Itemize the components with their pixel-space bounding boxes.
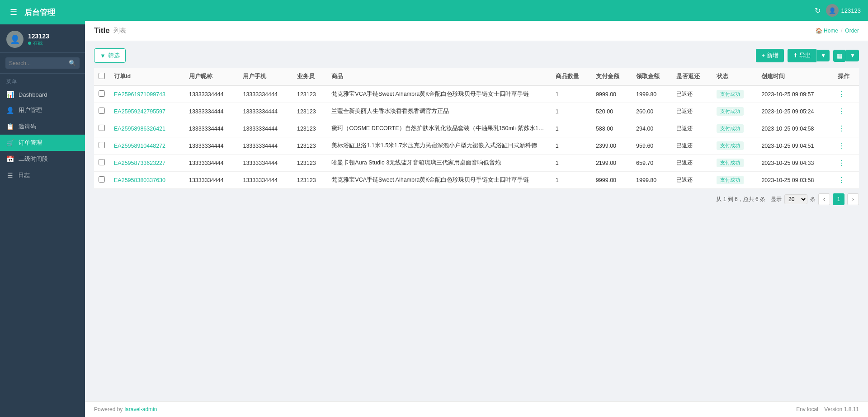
cell-user-phone: 13333334444 <box>238 85 292 103</box>
cell-received-amount: 959.60 <box>632 137 672 155</box>
cell-product: 美标浴缸卫浴1.1米1.5米1.7米压克力民宿深泡小户型无裙嵌入式浴缸日式新科德 <box>327 137 551 155</box>
orders-table: 订单id 用户昵称 用户手机 业务员 商品 商品数量 支付金额 领取金额 是否返… <box>94 68 859 189</box>
row-action-button[interactable]: ⋮ <box>838 107 845 116</box>
row-action-button[interactable]: ⋮ <box>838 141 845 150</box>
cell-is-returned: 已返还 <box>672 85 712 103</box>
col-user-phone: 用户手机 <box>238 68 292 85</box>
search-box[interactable]: 🔍 <box>5 57 80 69</box>
export-button[interactable]: ⬆ 导出 <box>788 49 817 62</box>
footer: Powered by laravel-admin Env local Versi… <box>85 401 868 417</box>
cell-created-at: 2023-10-25 09:03:58 <box>757 172 833 189</box>
row-action-button[interactable]: ⋮ <box>838 90 845 98</box>
log-icon: ☰ <box>6 172 14 179</box>
row-action-button[interactable]: ⋮ <box>838 124 845 133</box>
table-row: EA25958733623227 13333334444 13333334444… <box>94 155 859 172</box>
status-dot <box>28 42 31 45</box>
dashboard-icon: 📊 <box>6 91 14 98</box>
laravel-admin-link[interactable]: laravel-admin <box>124 406 157 412</box>
cell-action: ⋮ <box>833 155 859 172</box>
pagination-bar: 从 1 到 6，总共 6 条 显示 20 50 100 条 ‹ 1 › <box>94 189 859 207</box>
brand-title: 后台管理 <box>24 7 55 18</box>
sidebar-item-user-management[interactable]: 👤 用户管理 <box>0 102 85 118</box>
cell-product-count: 1 <box>551 137 591 155</box>
sidebar-item-dashboard[interactable]: 📊 Dashboard <box>0 87 85 102</box>
sidebar-item-invite-code[interactable]: 📋 邀请码 <box>0 118 85 135</box>
cell-salesman: 123123 <box>292 155 327 172</box>
cell-product: 兰蔻全新美丽人生香水淡香香氛香调官方正品 <box>327 103 551 120</box>
cell-user-phone: 13333334444 <box>238 172 292 189</box>
cell-created-at: 2023-10-25 09:05:24 <box>757 103 833 120</box>
table-toolbar: ▼ 筛选 + 新增 ⬆ 导出 ▼ ▦ ▼ <box>94 48 859 63</box>
page-title-area: Title 列表 <box>94 26 126 35</box>
username: 123123 <box>28 33 49 40</box>
cell-salesman: 123123 <box>292 120 327 137</box>
cell-paid-amount: 2399.00 <box>591 137 632 155</box>
footer-env: Env local Version 1.8.11 <box>796 406 859 412</box>
filter-button[interactable]: ▼ 筛选 <box>94 48 126 63</box>
topbar-username: 123123 <box>841 7 861 14</box>
sidebar-item-log[interactable]: ☰ 日志 <box>0 167 85 183</box>
row-checkbox[interactable] <box>99 108 105 114</box>
sidebar-item-label: 订单管理 <box>19 139 42 147</box>
cell-is-returned: 已返还 <box>672 103 712 120</box>
cell-received-amount: 1999.80 <box>632 85 672 103</box>
cell-paid-amount: 9999.00 <box>591 85 632 103</box>
sidebar-item-label: 二级时间段 <box>19 155 48 163</box>
cell-created-at: 2023-10-25 09:04:51 <box>757 137 833 155</box>
col-paid-amount: 支付金额 <box>591 68 632 85</box>
hamburger-icon[interactable]: ☰ <box>7 6 20 18</box>
col-status: 状态 <box>712 68 757 85</box>
page-1-button[interactable]: 1 <box>833 193 844 205</box>
cell-order-id: EA25958910448272 <box>109 137 184 155</box>
topbar-user[interactable]: 👤 123123 <box>826 4 861 17</box>
refresh-icon[interactable]: ↻ <box>815 6 821 15</box>
calendar-icon: 📅 <box>6 155 14 163</box>
cell-paid-amount: 588.00 <box>591 120 632 137</box>
row-checkbox[interactable] <box>99 142 105 148</box>
cell-product-count: 1 <box>551 120 591 137</box>
cell-salesman: 123123 <box>292 85 327 103</box>
table-row: EA25961971099743 13333334444 13333334444… <box>94 85 859 103</box>
cell-received-amount: 260.00 <box>632 103 672 120</box>
columns-button[interactable]: ▦ <box>833 50 846 62</box>
row-checkbox[interactable] <box>99 125 105 131</box>
breadcrumb-order[interactable]: Order <box>845 28 859 34</box>
prev-page-button[interactable]: ‹ <box>818 193 830 205</box>
breadcrumb-home[interactable]: 🏠 Home <box>816 28 838 34</box>
page-subtitle: 列表 <box>113 27 126 35</box>
cell-order-id: EA25958733623227 <box>109 155 184 172</box>
cell-status: 支付成功 <box>712 103 757 120</box>
search-icon: 🔍 <box>69 60 76 66</box>
export-dropdown-button[interactable]: ▼ <box>816 50 830 61</box>
next-page-button[interactable]: › <box>847 193 859 205</box>
row-checkbox[interactable] <box>99 90 105 97</box>
table-row: EA25958910448272 13333334444 13333334444… <box>94 137 859 155</box>
row-action-button[interactable]: ⋮ <box>838 176 845 184</box>
show-label: 显示 <box>771 196 782 203</box>
row-checkbox[interactable] <box>99 159 105 165</box>
row-checkbox[interactable] <box>99 176 105 183</box>
section-label: 菜单 <box>0 74 85 87</box>
cell-is-returned: 已返还 <box>672 120 712 137</box>
sidebar-item-secondary-period[interactable]: 📅 二级时间段 <box>0 151 85 167</box>
cell-username: 13333334444 <box>184 120 238 137</box>
toolbar-left: ▼ 筛选 <box>94 48 126 63</box>
page-size-select[interactable]: 20 50 100 <box>784 194 807 204</box>
columns-dropdown-button[interactable]: ▼ <box>846 50 859 61</box>
cell-paid-amount: 9999.00 <box>591 172 632 189</box>
table-body: EA25961971099743 13333334444 13333334444… <box>94 85 859 189</box>
cell-user-phone: 13333334444 <box>238 120 292 137</box>
cell-action: ⋮ <box>833 172 859 189</box>
avatar: 👤 <box>6 31 24 48</box>
select-all-checkbox[interactable] <box>99 73 105 79</box>
cell-created-at: 2023-10-25 09:04:58 <box>757 120 833 137</box>
col-created-at: 创建时间 <box>757 68 833 85</box>
search-input[interactable] <box>9 60 66 66</box>
add-button[interactable]: + 新增 <box>756 49 783 62</box>
cell-created-at: 2023-10-25 09:04:33 <box>757 155 833 172</box>
cell-paid-amount: 520.00 <box>591 103 632 120</box>
cell-is-returned: 已返还 <box>672 137 712 155</box>
row-action-button[interactable]: ⋮ <box>838 159 845 167</box>
sidebar-item-order-management[interactable]: 🛒 订单管理 <box>0 135 85 151</box>
table-row: EA25958986326421 13333334444 13333334444… <box>94 120 859 137</box>
